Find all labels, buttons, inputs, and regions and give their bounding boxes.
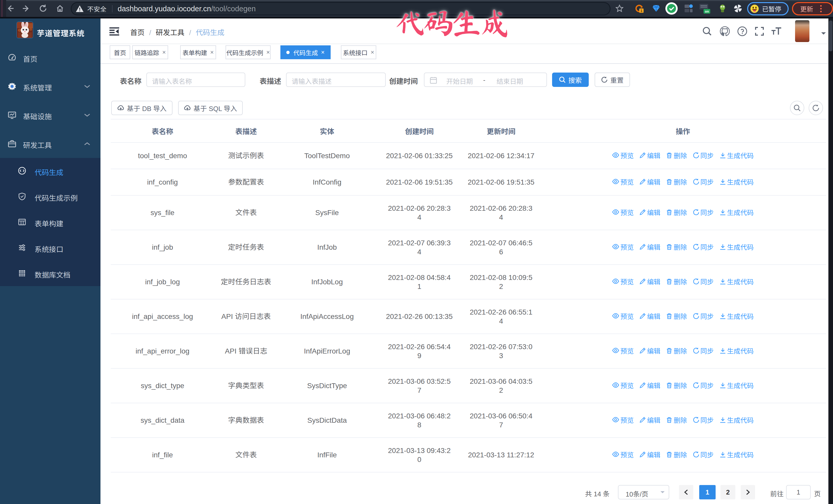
svg-text:on: on — [705, 9, 709, 13]
svg-text:1: 1 — [640, 8, 642, 13]
